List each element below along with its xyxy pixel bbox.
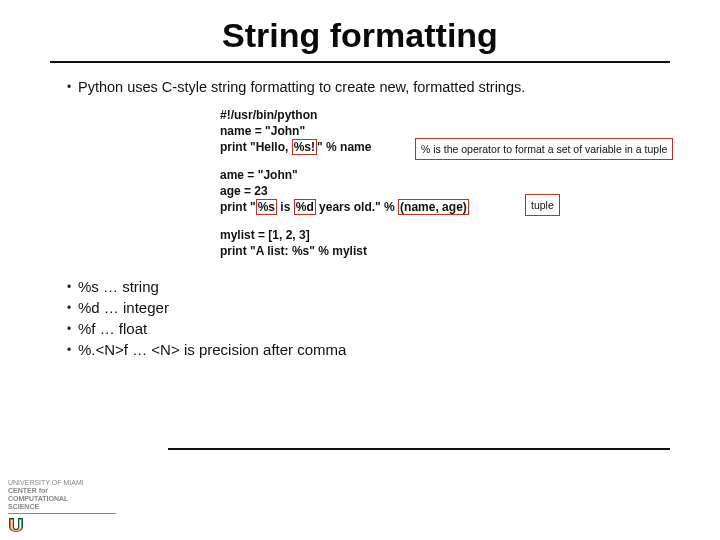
code-line: age = 23 [220,183,660,199]
code-text: print " [220,200,256,214]
code-line: #!/usr/bin/python [220,107,660,123]
code-line: name = "John" [220,123,660,139]
u-miami-logo-icon [8,518,24,532]
footer-line3: COMPUTATIONAL [8,495,116,503]
rule-bottom [168,448,670,450]
code-text: is [277,200,294,214]
slide-content: • Python uses C-style string formatting … [0,63,720,360]
intro-bullet: • Python uses C-style string formatting … [60,77,660,97]
intro-text: Python uses C-style string formatting to… [78,77,660,97]
format-list: • %s … string • %d … integer • %f … floa… [60,277,660,360]
bullet-dot-icon: • [60,277,78,297]
code-line: print "A list: %s" % mylist [220,243,660,259]
highlight-box: %s [256,199,277,215]
list-item: • %f … float [60,319,660,339]
bullet-dot-icon: • [60,319,78,339]
footer-line1: UNIVERSITY OF MIAMI [8,479,116,487]
format-text: %d … integer [78,298,660,318]
highlight-box: %d [294,199,316,215]
slide-title: String formatting [0,0,720,55]
format-text: %f … float [78,319,660,339]
footer-line2: CENTER for [8,487,116,495]
code-line: mylist = [1, 2, 3] [220,227,660,243]
bullet-dot-icon: • [60,340,78,360]
bullet-dot-icon: • [60,298,78,318]
footer-line4: SCIENCE [8,503,116,511]
code-line: ame = "John" [220,167,660,183]
code-block: #!/usr/bin/python name = "John" print "H… [220,107,660,259]
footer-underline [8,513,116,514]
code-text: years old." % [316,200,398,214]
list-item: • %.<N>f … <N> is precision after comma [60,340,660,360]
code-text: " % name [317,140,371,154]
callout-tuple: tuple [525,194,560,216]
format-text: %s … string [78,277,660,297]
code-text: print "Hello, [220,140,292,154]
list-item: • %d … integer [60,298,660,318]
list-item: • %s … string [60,277,660,297]
bullet-dot-icon: • [60,77,78,97]
callout-percent-operator: % is the operator to format a set of var… [415,138,673,160]
code-line: print "%s is %d years old." % (name, age… [220,199,660,215]
highlight-box: %s! [292,139,317,155]
highlight-box: (name, age) [398,199,469,215]
format-text: %.<N>f … <N> is precision after comma [78,340,660,360]
footer-logo-block: UNIVERSITY OF MIAMI CENTER for COMPUTATI… [8,479,116,532]
